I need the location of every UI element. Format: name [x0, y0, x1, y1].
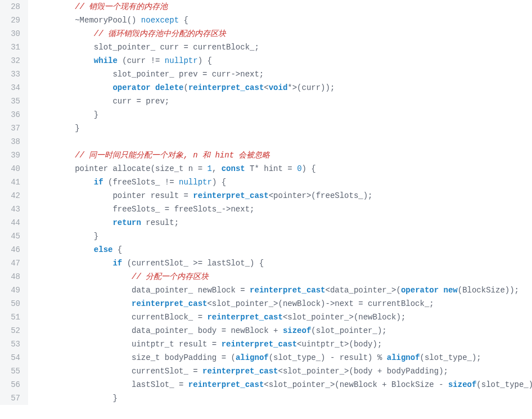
- code-line[interactable]: ~MemoryPool() noexcept {: [37, 13, 532, 27]
- token-keyword-b: reinterpret_cast: [207, 313, 282, 322]
- token-ident: lastSlot_ =: [132, 380, 188, 389]
- token-ident: <slot_pointer_>(newBlock + BlockSize -: [264, 380, 448, 389]
- token-punct: *>(curr));: [287, 83, 335, 92]
- code-line[interactable]: size_t bodyPadding = (alignof(slot_type_…: [37, 351, 532, 364]
- token-ident: <slot_pointer_>(body + bodyPadding);: [278, 367, 448, 376]
- code-line[interactable]: lastSlot_ = reinterpret_cast<slot_pointe…: [37, 378, 532, 391]
- line-number: 48: [6, 270, 20, 283]
- line-number: 33: [6, 67, 20, 81]
- token-keyword: nullptr: [179, 178, 212, 187]
- line-number: 40: [6, 162, 20, 175]
- token-keyword-b: sizeof: [283, 326, 311, 335]
- line-number: 30: [6, 27, 20, 40]
- code-line[interactable]: // 循环销毁内存池中分配的内存区块: [37, 27, 532, 40]
- line-number: 34: [6, 81, 20, 94]
- line-number: 42: [6, 189, 20, 202]
- token-keyword-b: alignof: [236, 353, 269, 362]
- line-number: 43: [6, 202, 20, 216]
- token-keyword-b: sizeof: [448, 380, 476, 389]
- code-line[interactable]: // 同一时间只能分配一个对象, n 和 hint 会被忽略: [37, 148, 532, 162]
- token-punct: }: [94, 232, 98, 241]
- token-ident: (currentSlot_ >= lastSlot_) {: [122, 259, 264, 268]
- line-number: 51: [6, 310, 20, 324]
- token-ident: currentSlot_ =: [132, 367, 202, 376]
- code-line[interactable]: }: [37, 121, 532, 135]
- code-line[interactable]: // 分配一个内存区块: [37, 270, 532, 283]
- token-number: 1: [207, 164, 211, 173]
- code-line[interactable]: pointer result = reinterpret_cast<pointe…: [37, 189, 532, 202]
- code-line[interactable]: pointer allocate(size_t n = 1, const T* …: [37, 162, 532, 175]
- token-number: 0: [297, 164, 301, 173]
- token-ident: pointer allocate(size_t n =: [75, 164, 207, 173]
- code-line[interactable]: }: [37, 229, 532, 243]
- line-number: 31: [6, 40, 20, 54]
- token-punct: ) {: [212, 178, 226, 187]
- code-line[interactable]: freeSlots_ = freeSlots_->next;: [37, 202, 532, 216]
- code-line[interactable]: // 销毁一个现有的内存池: [37, 0, 532, 13]
- line-number: 28: [6, 0, 20, 13]
- token-ident: [439, 286, 443, 295]
- token-keyword-b: reinterpret_cast: [193, 191, 268, 200]
- code-line[interactable]: data_pointer_ body = newBlock + sizeof(s…: [37, 324, 532, 337]
- code-line[interactable]: uintptr_t result = reinterpret_cast<uint…: [37, 337, 532, 351]
- token-comment: // 同一时间只能分配一个对象, n 和 hint 会被忽略: [75, 151, 270, 160]
- token-ident: <slot_pointer_>(newBlock)->next = curren…: [207, 299, 434, 308]
- line-number: 56: [6, 378, 20, 391]
- code-line[interactable]: data_pointer_ newBlock = reinterpret_cas…: [37, 283, 532, 297]
- token-keyword-b: else: [94, 245, 113, 254]
- line-number: 49: [6, 283, 20, 297]
- token-ident: <pointer>(freeSlots_);: [269, 191, 373, 200]
- line-number: 46: [6, 243, 20, 256]
- token-ident: ~MemoryPool(): [75, 16, 141, 25]
- line-number: 54: [6, 351, 20, 364]
- token-keyword-b: reinterpret_cast: [188, 83, 264, 92]
- line-number: 38: [6, 135, 20, 148]
- token-ident: freeSlots_ = freeSlots_->next;: [112, 205, 254, 214]
- token-punct: <: [264, 83, 268, 92]
- code-line[interactable]: operator delete(reinterpret_cast<void*>(…: [37, 81, 532, 94]
- code-line[interactable]: while (curr != nullptr) {: [37, 54, 532, 67]
- token-keyword-b: void: [269, 83, 288, 92]
- token-keyword: nullptr: [165, 56, 198, 65]
- token-ident: currentBlock_ =: [132, 313, 207, 322]
- token-punct: }: [94, 110, 98, 119]
- token-ident: curr = prev;: [112, 97, 169, 106]
- code-line[interactable]: }: [37, 108, 532, 121]
- token-ident: pointer result =: [112, 191, 193, 200]
- token-keyword-b: const: [222, 164, 245, 173]
- line-number: 57: [6, 391, 20, 405]
- line-number: 39: [6, 148, 20, 162]
- token-punct: }: [75, 124, 79, 133]
- line-number: 37: [6, 121, 20, 135]
- line-number: 45: [6, 229, 20, 243]
- token-keyword-b: while: [94, 56, 118, 65]
- code-line[interactable]: currentBlock_ = reinterpret_cast<slot_po…: [37, 310, 532, 324]
- token-ident: (curr !=: [118, 56, 165, 65]
- code-line[interactable]: [37, 135, 532, 148]
- token-punct: {: [179, 16, 188, 25]
- token-ident: uintptr_t result =: [132, 340, 222, 349]
- token-ident: size_t bodyPadding = (: [132, 353, 236, 362]
- token-keyword-b: delete: [155, 83, 183, 92]
- line-number-gutter: 2829303132333435363738394041424344454647…: [0, 0, 28, 405]
- code-line[interactable]: slot_pointer_ curr = currentBlock_;: [37, 40, 532, 54]
- token-keyword-b: operator: [401, 286, 439, 295]
- token-keyword-b: alignof: [387, 353, 420, 362]
- token-punct: ,: [212, 164, 222, 173]
- code-area[interactable]: // 销毁一个现有的内存池 ~MemoryPool() noexcept { /…: [28, 0, 532, 405]
- code-line[interactable]: slot_pointer_ prev = curr->next;: [37, 67, 532, 81]
- code-line[interactable]: currentSlot_ = reinterpret_cast<slot_poi…: [37, 364, 532, 378]
- token-ident: T* hint =: [245, 164, 297, 173]
- code-line[interactable]: }: [37, 391, 532, 405]
- code-line[interactable]: else {: [37, 243, 532, 256]
- code-line[interactable]: reinterpret_cast<slot_pointer_>(newBlock…: [37, 297, 532, 310]
- code-line[interactable]: curr = prev;: [37, 94, 532, 108]
- code-line[interactable]: if (currentSlot_ >= lastSlot_) {: [37, 256, 532, 270]
- code-line[interactable]: if (freeSlots_ != nullptr) {: [37, 175, 532, 189]
- token-keyword-b: if: [112, 259, 122, 268]
- token-comment: // 循环销毁内存池中分配的内存区块: [94, 29, 226, 38]
- line-number: 47: [6, 256, 20, 270]
- code-line[interactable]: return result;: [37, 216, 532, 229]
- line-number: 29: [6, 13, 20, 27]
- line-number: 53: [6, 337, 20, 351]
